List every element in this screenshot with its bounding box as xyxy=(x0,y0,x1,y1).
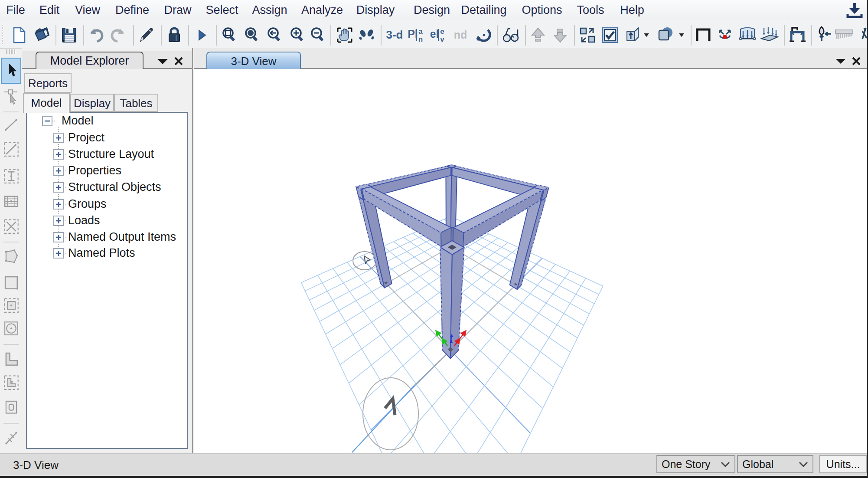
svg-text:el: el xyxy=(431,28,439,40)
svg-text:3-d: 3-d xyxy=(386,28,403,41)
svg-text:nd: nd xyxy=(454,29,467,41)
svg-text:a: a xyxy=(418,27,423,36)
svg-text:n: n xyxy=(418,35,423,43)
svg-text:v: v xyxy=(440,35,444,43)
svg-text:e: e xyxy=(440,27,444,36)
